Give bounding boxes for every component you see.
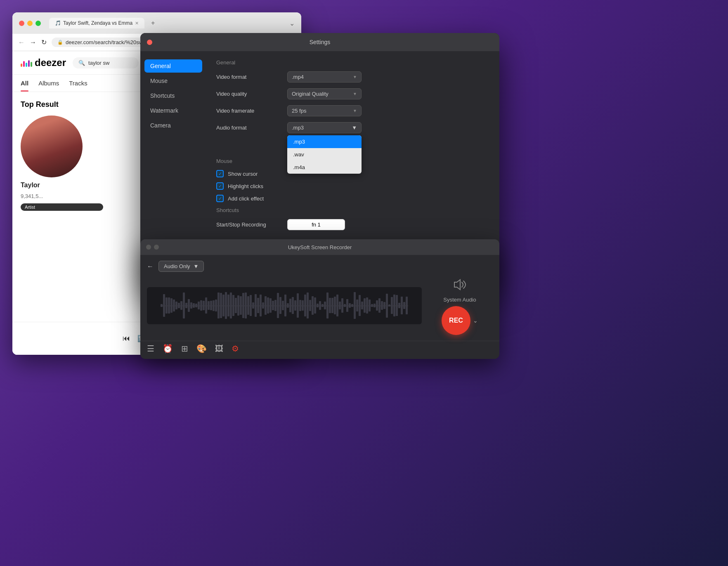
highlight-clicks-label: Highlight clicks	[228, 183, 263, 189]
artist-image	[21, 116, 83, 177]
chevron-down-icon: ▼	[353, 92, 357, 96]
recorder-dot-2	[154, 245, 159, 250]
minimize-traffic-light[interactable]	[27, 21, 33, 26]
tab-chevron-icon[interactable]: ⌄	[289, 19, 295, 27]
grid-icon[interactable]: ⊞	[181, 344, 188, 354]
video-quality-row: Video quality Original Quality ▼	[216, 88, 489, 99]
image-icon[interactable]: 🖼	[215, 344, 223, 354]
waveform-bars	[161, 287, 408, 324]
show-cursor-checkbox[interactable]	[216, 170, 224, 177]
mode-chevron-icon: ▼	[194, 263, 199, 269]
artist-avatar	[21, 116, 83, 177]
deezer-logo-text: deezer	[35, 57, 66, 68]
settings-close-button[interactable]	[147, 40, 152, 45]
shortcut-key-input[interactable]: fn 1	[287, 219, 345, 230]
artist-card: Taylor 9,341,5... Artist	[21, 116, 103, 211]
timer-icon[interactable]: ⏰	[163, 344, 173, 354]
rec-button[interactable]: REC	[442, 306, 470, 335]
sidebar-item-camera[interactable]: Camera	[144, 119, 202, 132]
rec-dropdown-chevron-icon[interactable]: ⌄	[473, 317, 478, 324]
highlight-clicks-checkbox[interactable]	[216, 182, 224, 190]
audio-format-dropdown-container: .mp3 ▼ .mp3 .wav .m4a	[287, 122, 362, 133]
deezer-bars-icon	[21, 59, 32, 67]
artist-followers: 9,341,5...	[21, 193, 103, 199]
chevron-down-icon: ▼	[353, 75, 357, 79]
video-format-label: Video format	[216, 74, 282, 80]
chevron-down-icon: ▼	[352, 125, 357, 131]
start-stop-row: Start/Stop Recording fn 1	[216, 219, 489, 230]
show-cursor-label: Show cursor	[228, 171, 258, 177]
close-traffic-light[interactable]	[19, 21, 24, 26]
recorder-dot-1	[146, 245, 151, 250]
traffic-lights	[19, 21, 41, 26]
tab-favicon-icon: 🎵	[55, 20, 61, 26]
video-framerate-label: Video framerate	[216, 108, 282, 114]
system-audio-icon-group	[451, 276, 468, 293]
recorder-main-row: System Audio REC ⌄	[147, 276, 493, 335]
sidebar-item-general[interactable]: General	[144, 59, 202, 73]
browser-tab[interactable]: 🎵 Taylor Swift, Zendaya vs Emma ✕	[49, 18, 144, 28]
artist-badge: Artist	[21, 203, 103, 211]
video-format-row: Video format .mp4 ▼	[216, 71, 489, 83]
list-icon[interactable]: ☰	[147, 344, 154, 354]
sidebar-item-mouse[interactable]: Mouse	[144, 74, 202, 87]
mode-dropdown[interactable]: Audio Only ▼	[158, 261, 204, 272]
waveform-area	[147, 287, 422, 324]
search-text: taylor sw	[88, 60, 109, 66]
add-click-effect-checkbox[interactable]	[216, 195, 224, 202]
new-tab-button[interactable]: +	[151, 19, 155, 27]
recorder-title: UkeySoft Screen Recorder	[288, 244, 352, 250]
section-shortcuts-title: Shortcuts	[216, 207, 489, 213]
recorder-traffic-lights	[146, 245, 159, 250]
chevron-down-icon: ▼	[353, 108, 357, 113]
recorder-top-bar: ← Audio Only ▼	[147, 261, 493, 272]
artist-name: Taylor	[21, 182, 103, 189]
system-audio-label: System Audio	[443, 297, 476, 303]
rec-row: REC ⌄	[442, 306, 478, 335]
recorder-toolbar: ☰ ⏰ ⊞ 🎨 🖼 ⚙	[140, 341, 499, 356]
palette-icon[interactable]: 🎨	[196, 344, 207, 354]
audio-format-popup: .mp3 .wav .m4a	[287, 135, 362, 174]
nav-item-albums[interactable]: Albums	[38, 80, 59, 92]
video-quality-label: Video quality	[216, 91, 282, 97]
tab-close-icon[interactable]: ✕	[135, 21, 139, 26]
audio-option-wav[interactable]: .wav	[287, 148, 362, 161]
back-button[interactable]: ←	[18, 39, 25, 46]
search-box[interactable]: 🔍 taylor sw	[73, 57, 139, 68]
settings-titlebar: Settings	[140, 33, 499, 51]
settings-title: Settings	[310, 39, 331, 45]
speaker-icon	[451, 276, 468, 293]
audio-option-m4a[interactable]: .m4a	[287, 161, 362, 174]
nav-item-tracks[interactable]: Tracks	[69, 80, 87, 92]
start-stop-label: Start/Stop Recording	[216, 222, 282, 228]
audio-format-row: Audio format .mp3 ▼ .mp3 .wav	[216, 122, 489, 133]
add-click-effect-row: Add click effect	[216, 195, 489, 202]
video-format-dropdown[interactable]: .mp4 ▼	[287, 71, 362, 83]
maximize-traffic-light[interactable]	[35, 21, 41, 26]
skip-back-button[interactable]: ⏮	[123, 334, 130, 343]
lock-icon: 🔒	[57, 40, 63, 45]
browser-titlebar: 🎵 Taylor Swift, Zendaya vs Emma ✕ + ⌄	[12, 12, 301, 34]
recorder-window: UkeySoft Screen Recorder ← Audio Only ▼	[140, 239, 499, 359]
audio-format-dropdown[interactable]: .mp3 ▼	[287, 122, 362, 133]
recorder-titlebar: UkeySoft Screen Recorder	[140, 239, 499, 255]
sidebar-item-shortcuts[interactable]: Shortcuts	[144, 89, 202, 102]
forward-button[interactable]: →	[30, 39, 36, 46]
add-click-effect-label: Add click effect	[228, 196, 264, 202]
reload-button[interactable]: ↻	[41, 38, 47, 46]
tab-title: Taylor Swift, Zendaya vs Emma	[63, 20, 132, 26]
sidebar-item-watermark[interactable]: Watermark	[144, 104, 202, 117]
nav-item-all[interactable]: All	[21, 80, 28, 92]
section-general-title: General	[216, 59, 489, 66]
deezer-logo: deezer	[21, 57, 66, 68]
search-icon: 🔍	[78, 60, 85, 66]
highlight-clicks-row: Highlight clicks	[216, 182, 489, 190]
gear-icon[interactable]: ⚙	[232, 344, 239, 354]
audio-option-mp3[interactable]: .mp3	[287, 135, 362, 148]
recorder-back-button[interactable]: ←	[147, 263, 154, 270]
video-quality-dropdown[interactable]: Original Quality ▼	[287, 88, 362, 99]
video-framerate-row: Video framerate 25 fps ▼	[216, 105, 489, 116]
url-text: deezer.com/search/track/%20swift	[66, 39, 147, 45]
audio-format-label: Audio format	[216, 125, 282, 131]
video-framerate-dropdown[interactable]: 25 fps ▼	[287, 105, 362, 116]
